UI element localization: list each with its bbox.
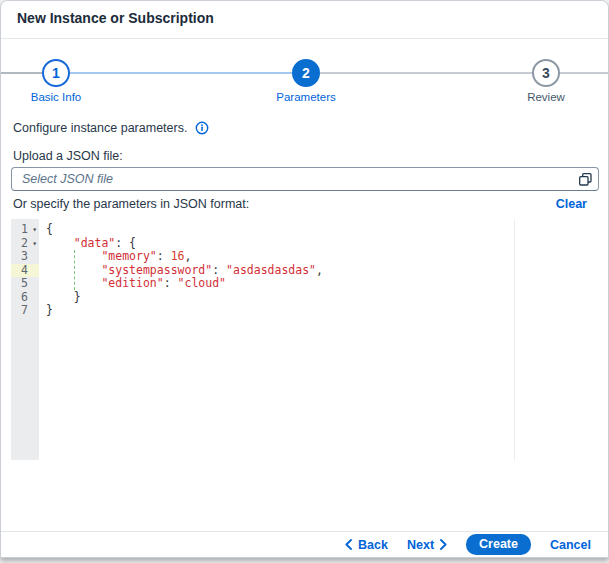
editor-code[interactable]: { "data": { "memory": 16, "systempasswor… (39, 223, 599, 318)
stepper-connector-2-3 (320, 72, 532, 74)
step-2-circle[interactable]: 2 (292, 59, 320, 87)
code-line[interactable]: "edition": "cloud" (46, 277, 599, 291)
upload-json-label: Upload a JSON file: (13, 149, 123, 163)
code-line[interactable]: "memory": 16, (46, 250, 599, 264)
code-line[interactable]: { (46, 223, 599, 237)
json-file-field (11, 167, 599, 191)
json-file-input[interactable] (12, 168, 582, 190)
code-line[interactable]: "systempassword": "asdasdasdas", (46, 264, 599, 278)
intro-row: Configure instance parameters. (13, 121, 209, 135)
new-instance-dialog: New Instance or Subscription 1 2 3 Basic… (0, 0, 609, 558)
info-icon[interactable] (195, 121, 209, 135)
stepper-connector-left (1, 72, 42, 74)
dialog-title: New Instance or Subscription (17, 10, 214, 26)
next-button[interactable]: Next (407, 538, 447, 552)
editor-gutter: 1▾2▾34567 (11, 219, 39, 460)
gutter-line-number[interactable]: 2▾ (11, 237, 39, 251)
json-format-row: Or specify the parameters in JSON format… (13, 197, 587, 211)
gutter-line-number: 6 (11, 291, 39, 305)
create-button[interactable]: Create (466, 534, 531, 555)
json-editor[interactable]: 1▾2▾34567 { "data": { "memory": 16, "sys… (11, 219, 599, 460)
stepper-connector-1-2 (70, 72, 292, 74)
code-line[interactable]: } (46, 304, 599, 318)
fold-arrow-icon[interactable]: ▾ (32, 237, 37, 251)
wizard-stepper: 1 2 3 Basic Info Parameters Review (1, 39, 608, 111)
back-button[interactable]: Back (345, 538, 388, 552)
gutter-line-number: 3 (11, 250, 39, 264)
json-format-label: Or specify the parameters in JSON format… (13, 197, 249, 211)
gutter-line-number: 7 (11, 304, 39, 318)
chevron-right-icon (440, 539, 447, 550)
gutter-line-number[interactable]: 1▾ (11, 223, 39, 237)
step-2-label[interactable]: Parameters (276, 91, 335, 103)
code-line[interactable]: "data": { (46, 237, 599, 251)
chevron-left-icon (345, 539, 352, 550)
step-1-label[interactable]: Basic Info (31, 91, 82, 103)
step-1-circle[interactable]: 1 (42, 59, 70, 87)
fold-arrow-icon[interactable]: ▾ (32, 223, 37, 237)
gutter-line-number: 5 (11, 277, 39, 291)
browse-files-icon[interactable] (578, 172, 593, 187)
intro-text: Configure instance parameters. (13, 121, 187, 135)
dialog-footer: Back Next Create Cancel (1, 531, 608, 557)
dialog-header: New Instance or Subscription (1, 1, 608, 39)
stepper-connector-right (560, 72, 608, 74)
step-3-label[interactable]: Review (527, 91, 565, 103)
cancel-button[interactable]: Cancel (550, 538, 591, 552)
step-3-circle[interactable]: 3 (532, 59, 560, 87)
clear-button[interactable]: Clear (556, 197, 587, 211)
gutter-line-number: 4 (11, 264, 39, 278)
code-line[interactable]: } (46, 291, 599, 305)
